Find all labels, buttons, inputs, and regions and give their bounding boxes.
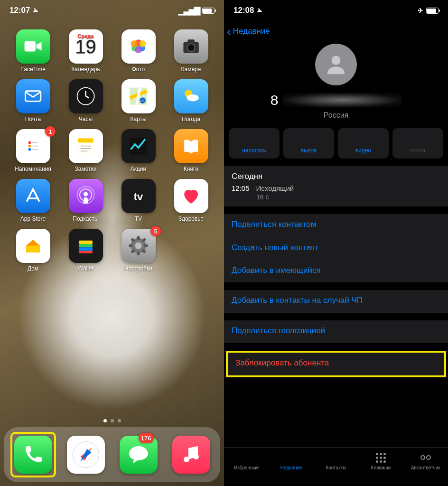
history-duration: 16 с bbox=[256, 193, 440, 201]
app-label: Напоминания bbox=[15, 166, 51, 172]
svg-line-46 bbox=[131, 239, 134, 242]
location-icon: ➤ bbox=[32, 6, 40, 15]
tab-voicemail[interactable]: Автоответчик bbox=[403, 451, 448, 470]
page-indicator[interactable] bbox=[0, 419, 224, 422]
appstore-icon bbox=[16, 179, 50, 213]
settings-icon bbox=[121, 229, 156, 263]
tab-label: Избранные bbox=[234, 465, 259, 470]
create-contact-button[interactable]: Создать новый контакт bbox=[224, 237, 448, 260]
app-calendar[interactable]: Среда19Календарь bbox=[59, 29, 112, 73]
clock-time: 12:08 bbox=[233, 6, 254, 15]
dock-app-safari[interactable] bbox=[67, 436, 105, 474]
books-icon bbox=[174, 129, 208, 163]
dock-app-phone[interactable] bbox=[14, 436, 52, 474]
call-history: Сегодня 12:05 Исходящий 16 с bbox=[224, 166, 448, 206]
app-books[interactable]: Книги bbox=[165, 129, 217, 172]
app-photos[interactable]: Фото bbox=[112, 29, 165, 73]
dock-app-messages[interactable]: 176 bbox=[120, 436, 158, 474]
action-video[interactable]: видео bbox=[338, 128, 389, 159]
app-tv[interactable]: tvTV bbox=[112, 179, 165, 222]
tab-contacts[interactable]: Контакты bbox=[314, 451, 358, 470]
app-camera[interactable]: Камера bbox=[165, 29, 217, 73]
app-weather[interactable]: Погода bbox=[165, 79, 217, 122]
app-facetime[interactable]: FaceTime bbox=[7, 29, 59, 73]
svg-rect-10 bbox=[25, 91, 40, 102]
back-button[interactable]: ‹ Недавние bbox=[224, 21, 448, 42]
app-appstore[interactable]: App Store bbox=[7, 179, 59, 222]
badge: 5 bbox=[150, 226, 161, 236]
add-existing-button[interactable]: Добавить в имеющийся bbox=[224, 260, 448, 282]
app-wallet[interactable]: Wallet bbox=[59, 229, 112, 272]
svg-rect-35 bbox=[26, 246, 40, 252]
app-label: App Store bbox=[20, 215, 46, 222]
svg-rect-39 bbox=[79, 251, 93, 253]
dock-app-music[interactable] bbox=[172, 436, 210, 474]
airplane-mode-icon: ✈ bbox=[418, 7, 423, 14]
avatar bbox=[315, 44, 357, 85]
app-label: Фото bbox=[132, 66, 145, 73]
health-icon bbox=[174, 179, 208, 213]
app-home[interactable]: Дом bbox=[7, 229, 59, 272]
tab-bar: ИзбранныеНедавниеКонтактыКлавишиАвтоотве… bbox=[224, 447, 448, 486]
weather-icon bbox=[174, 79, 208, 113]
chevron-left-icon: ‹ bbox=[227, 25, 231, 37]
country-label: Россия bbox=[324, 111, 348, 120]
tab-favorites[interactable]: Избранные bbox=[224, 451, 269, 470]
maps-icon: 280 bbox=[121, 79, 156, 113]
tab-recents[interactable]: Недавние bbox=[269, 451, 313, 470]
tab-keypad[interactable]: Клавиши bbox=[358, 451, 403, 470]
phone-number: 8 bbox=[271, 92, 402, 108]
app-mail[interactable]: Почта bbox=[7, 79, 59, 122]
app-label: TV bbox=[135, 215, 142, 222]
safari-icon bbox=[67, 436, 105, 474]
app-label: Подкасты bbox=[73, 215, 98, 222]
app-label: Здоровье bbox=[178, 215, 204, 222]
svg-line-49 bbox=[142, 239, 145, 242]
app-reminders[interactable]: Напоминания1 bbox=[7, 129, 59, 172]
svg-rect-37 bbox=[79, 244, 93, 247]
svg-point-52 bbox=[332, 56, 341, 65]
app-clock[interactable]: Часы bbox=[59, 79, 112, 122]
svg-rect-0 bbox=[25, 41, 36, 52]
keypad-icon bbox=[376, 451, 386, 464]
app-health[interactable]: Здоровье bbox=[165, 179, 217, 222]
app-label: Книги bbox=[184, 166, 198, 172]
home-icon bbox=[16, 229, 50, 263]
photos-icon bbox=[121, 29, 156, 64]
svg-line-48 bbox=[131, 250, 134, 252]
action-label: видео bbox=[355, 147, 371, 154]
svg-point-21 bbox=[28, 145, 31, 148]
app-podcasts[interactable]: Подкасты bbox=[59, 179, 112, 222]
block-caller-button[interactable]: Заблокировать абонента bbox=[228, 353, 444, 375]
app-maps[interactable]: 280Карты bbox=[112, 79, 165, 122]
clock-time: 12:07 bbox=[9, 6, 30, 15]
action-call[interactable]: вызов bbox=[283, 128, 334, 159]
history-day: Сегодня bbox=[232, 172, 440, 181]
svg-point-32 bbox=[84, 192, 88, 196]
app-label: Заметки bbox=[75, 166, 97, 172]
app-label: Часы bbox=[79, 116, 93, 122]
share-location-button[interactable]: Поделиться геопозицией bbox=[224, 320, 448, 343]
emergency-contact-button[interactable]: Добавить в контакты на случай ЧП bbox=[224, 290, 448, 313]
tv-icon: tv bbox=[121, 179, 156, 213]
app-notes[interactable]: Заметки bbox=[59, 129, 112, 172]
music-icon bbox=[172, 436, 210, 474]
app-label: Карты bbox=[130, 116, 146, 122]
share-contact-button[interactable]: Поделиться контактом bbox=[224, 214, 448, 237]
app-stocks[interactable]: Акции bbox=[112, 129, 165, 172]
app-label: Почта bbox=[25, 116, 41, 122]
reminders-icon bbox=[16, 129, 50, 163]
svg-point-50 bbox=[184, 457, 189, 462]
app-settings[interactable]: Настройки5 bbox=[112, 229, 165, 272]
phone-icon bbox=[14, 436, 52, 474]
dock: 176 bbox=[4, 427, 220, 482]
battery-icon bbox=[426, 8, 439, 14]
app-label: FaceTime bbox=[20, 66, 46, 73]
svg-point-8 bbox=[187, 44, 195, 52]
notes-icon bbox=[69, 129, 103, 163]
status-bar-left: 12:07 ➤ ▁▃▅▇ bbox=[0, 0, 224, 21]
voicemail-icon bbox=[420, 451, 431, 464]
wallet-icon bbox=[69, 229, 103, 263]
action-message[interactable]: написать bbox=[229, 128, 280, 159]
action-label: почта bbox=[411, 147, 425, 154]
